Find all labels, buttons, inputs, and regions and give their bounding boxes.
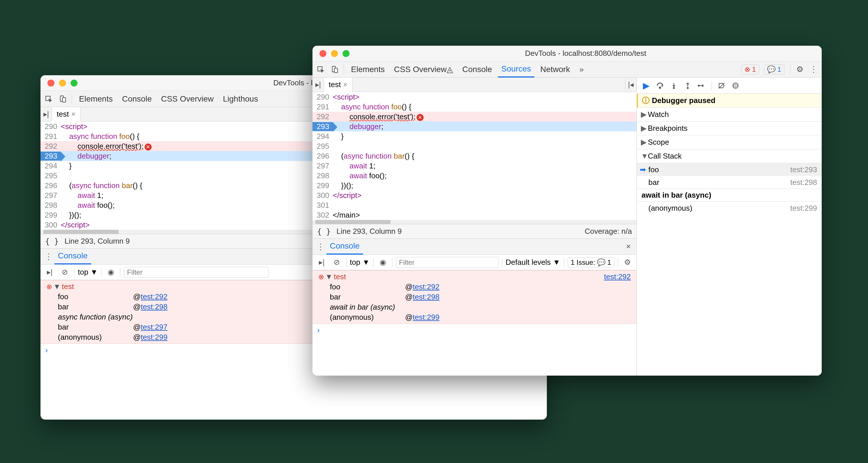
code-line[interactable]: 295 xyxy=(312,141,637,151)
file-tab[interactable]: test × xyxy=(52,107,81,122)
source-link[interactable]: test:298 xyxy=(141,302,167,311)
tab-elements[interactable]: Elements xyxy=(347,61,388,78)
step-out-icon[interactable] xyxy=(682,80,693,91)
tab-sources[interactable]: Sources xyxy=(498,61,535,78)
source-link[interactable]: test:297 xyxy=(141,323,167,332)
callstack-frame[interactable]: ➡footest:293 xyxy=(637,163,822,176)
code-line[interactable]: 298 await foo(); xyxy=(312,171,637,181)
issues-badge[interactable]: 💬 1 xyxy=(764,65,784,74)
context-selector[interactable]: top ▼ xyxy=(78,268,98,277)
tab-lighthouse[interactable]: Lighthous xyxy=(220,91,261,107)
code-line[interactable]: 291 async function foo() { xyxy=(312,102,637,112)
issues-pill[interactable]: 1 Issue: 💬 1 xyxy=(568,257,614,267)
tab-elements[interactable]: Elements xyxy=(75,91,116,107)
code-line[interactable]: 302</main> xyxy=(312,210,637,220)
gear-icon[interactable]: ⚙ xyxy=(621,257,633,268)
clear-icon[interactable]: ⊘ xyxy=(59,267,71,278)
device-icon[interactable] xyxy=(57,93,68,105)
format-icon[interactable]: { } xyxy=(317,227,331,236)
navigator-icon[interactable]: ▸| xyxy=(312,79,324,91)
minimize-icon[interactable] xyxy=(331,50,338,57)
close-icon[interactable] xyxy=(48,80,54,87)
format-icon[interactable]: { } xyxy=(45,237,59,246)
code-line[interactable]: 301 xyxy=(312,200,637,210)
right-window: DevTools - localhost:8080/demo/test Elem… xyxy=(312,46,822,376)
svg-point-8 xyxy=(687,87,688,89)
close-icon[interactable]: × xyxy=(343,80,347,89)
maximize-icon[interactable] xyxy=(71,80,78,87)
maximize-icon[interactable] xyxy=(343,50,349,57)
section-scope[interactable]: ▶Scope xyxy=(637,135,822,149)
error-badge[interactable]: ⊗1 xyxy=(741,65,759,74)
tab-console[interactable]: Console xyxy=(119,91,155,107)
sidebar-icon[interactable]: ▸| xyxy=(316,257,328,268)
step-into-icon[interactable] xyxy=(668,80,680,91)
filter-input[interactable] xyxy=(396,257,498,268)
source-link[interactable]: test:299 xyxy=(412,313,439,322)
source-link[interactable]: test:299 xyxy=(141,333,167,342)
code-line[interactable]: 299 })(); xyxy=(312,181,637,190)
step-over-icon[interactable] xyxy=(654,80,666,91)
section-watch[interactable]: ▶Watch xyxy=(637,107,822,122)
code-line[interactable]: 293 debugger; xyxy=(312,122,637,131)
code-line[interactable]: 300</script> xyxy=(312,190,637,200)
gear-icon[interactable]: ⚙ xyxy=(794,64,806,75)
code-line[interactable]: 297 await 1; xyxy=(312,161,637,171)
callstack-frame[interactable]: bartest:298 xyxy=(637,176,822,189)
tab-console-drawer[interactable]: Console xyxy=(54,248,91,265)
section-callstack[interactable]: ▼Call Stack xyxy=(637,149,822,163)
code-editor[interactable]: 290<script>291 async function foo() {292… xyxy=(312,92,637,220)
close-icon[interactable]: × xyxy=(623,241,634,252)
file-tab[interactable]: test × xyxy=(324,78,352,92)
expand-icon[interactable]: ▼ xyxy=(325,272,333,281)
inspect-icon[interactable] xyxy=(315,64,327,75)
step-icon[interactable] xyxy=(696,80,707,91)
debugger-toolbar: ▶ xyxy=(637,78,822,94)
source-link[interactable]: test:298 xyxy=(412,292,439,302)
clear-icon[interactable]: ⊘ xyxy=(331,257,343,268)
sidebar-icon[interactable]: ▸| xyxy=(44,267,56,278)
tab-css-overview[interactable]: CSS Overview xyxy=(157,91,217,107)
filter-input[interactable] xyxy=(124,267,269,278)
inspect-icon[interactable] xyxy=(43,93,54,105)
source-link[interactable]: test:292 xyxy=(412,282,439,291)
more-icon[interactable]: ⋮ xyxy=(315,241,327,252)
debugger-pane-icon[interactable]: |◂ xyxy=(625,79,637,91)
expand-icon[interactable]: ▼ xyxy=(53,282,61,291)
tab-network[interactable]: Network xyxy=(537,61,574,78)
more-icon[interactable]: ⋮ xyxy=(808,64,819,75)
error-link[interactable]: test:292 xyxy=(604,272,631,281)
close-icon[interactable]: × xyxy=(71,110,75,119)
deactivate-breakpoints-icon[interactable] xyxy=(716,80,727,91)
source-link[interactable]: test:292 xyxy=(141,292,167,301)
tab-console-drawer[interactable]: Console xyxy=(327,239,363,255)
resume-icon[interactable]: ▶ xyxy=(640,80,652,91)
eye-icon[interactable]: ◉ xyxy=(377,257,389,268)
context-selector[interactable]: top ▼ xyxy=(350,258,370,267)
callstack-frame[interactable]: (anonymous)test:299 xyxy=(637,202,822,214)
stack-frame[interactable]: await in bar (async) xyxy=(312,302,637,312)
code-line[interactable]: 296 (async function bar() { xyxy=(312,151,637,161)
pause-exceptions-icon[interactable] xyxy=(730,80,741,91)
minimize-icon[interactable] xyxy=(59,80,66,87)
scrollbar[interactable] xyxy=(312,220,637,224)
section-breakpoints[interactable]: ▶Breakpoints xyxy=(637,122,822,135)
error-icon: ⊗ xyxy=(318,273,324,281)
error-row[interactable]: ⊗ ▼ test test:292 xyxy=(312,272,637,282)
navigator-icon[interactable]: ▸| xyxy=(40,109,52,120)
close-icon[interactable] xyxy=(319,50,327,57)
stack-frame[interactable]: foo@ test:292 xyxy=(312,282,637,292)
more-tabs-icon[interactable]: » xyxy=(576,64,587,75)
stack-frame[interactable]: (anonymous)@ test:299 xyxy=(312,312,637,322)
tab-console[interactable]: Console xyxy=(459,61,496,78)
device-icon[interactable] xyxy=(329,64,340,75)
more-icon[interactable]: ⋮ xyxy=(43,251,54,262)
code-line[interactable]: 294 } xyxy=(312,131,637,141)
code-line[interactable]: 290<script> xyxy=(312,92,637,102)
tab-css-overview[interactable]: CSS Overview ◬ xyxy=(391,61,457,78)
eye-icon[interactable]: ◉ xyxy=(105,267,117,278)
console-prompt[interactable]: › xyxy=(312,324,637,337)
stack-frame[interactable]: bar@ test:298 xyxy=(312,292,637,302)
code-line[interactable]: 292 console.error('test');✕ xyxy=(312,112,637,122)
log-levels[interactable]: Default levels ▼ xyxy=(506,258,560,267)
